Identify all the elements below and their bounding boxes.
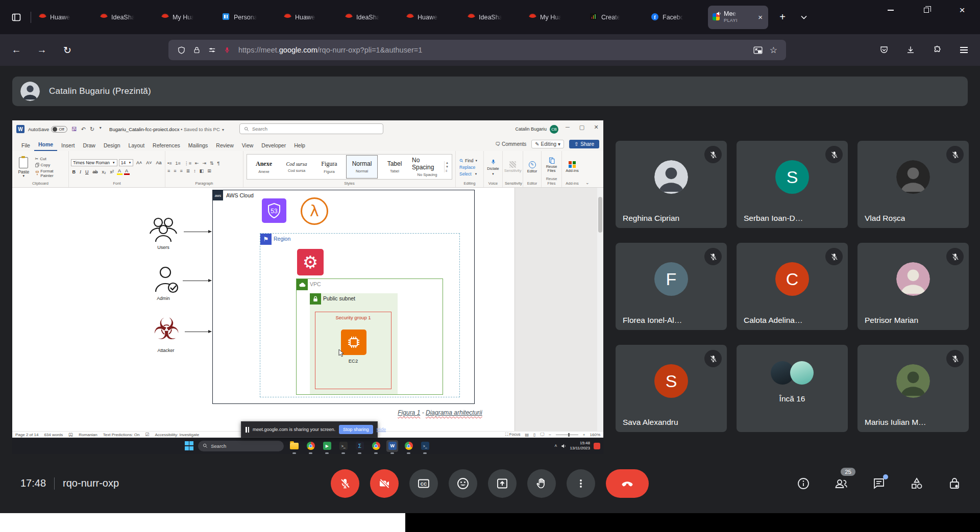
close-tab-icon[interactable]: × [757,13,764,21]
decrease-indent-icon[interactable]: ⇤ [195,161,199,166]
notification-icon[interactable] [594,443,600,449]
new-tab-button[interactable]: + [774,9,791,26]
host-controls-icon[interactable] [947,476,962,491]
permissions-icon[interactable] [208,46,216,55]
sort-icon[interactable]: ⇅ [210,161,214,166]
font-name-select[interactable]: Times New Roman▼ [71,159,117,166]
word-menu-layout[interactable]: Layout [125,140,149,151]
end-call-button[interactable] [606,469,649,498]
menu-icon[interactable] [954,41,973,59]
word-close-button[interactable]: ✕ [589,120,603,134]
copy-button[interactable]: Copy [35,163,66,167]
participant-tile[interactable]: SSava Alexandru [616,345,727,432]
hide-toast-link[interactable]: Hide [377,427,386,432]
view-web-icon[interactable]: 🖵 [540,432,544,437]
status-text-predictions[interactable]: Text Predictions: On [103,433,140,437]
accessibility-icon[interactable]: ☑ [145,432,149,437]
borders-icon[interactable]: ⊞ [207,168,211,173]
restore-button[interactable] [909,0,944,20]
browser-tab[interactable]: Persona [218,6,278,29]
lock-icon[interactable] [193,46,201,54]
active-tab[interactable]: MeePLAYI× [708,6,768,29]
terminal-icon[interactable]: >_ [337,440,349,452]
shrink-font-icon[interactable]: A˅ [145,160,153,165]
participant-tile[interactable]: SSerban Ioan-D… [737,141,848,228]
minimize-button[interactable] [873,0,909,20]
underline-button[interactable]: U [84,169,90,174]
proofing-icon[interactable]: 🕮 [68,432,73,437]
share-button[interactable]: ⇧ Share [569,140,599,148]
word-menu-developer[interactable]: Developer [257,140,290,151]
ribbon-replace-button[interactable]: Replace [459,165,480,170]
zoom-in-icon[interactable]: + [583,433,585,437]
bookmark-star-icon[interactable]: ☆ [770,45,777,55]
status-word-count[interactable]: 634 words [44,433,63,437]
people-icon[interactable]: 25 [834,476,848,491]
pocket-icon[interactable] [875,41,893,59]
browser-tab[interactable]: Create [585,6,645,29]
file-explorer-icon[interactable] [288,440,300,452]
reload-button[interactable]: ↻ [58,41,77,59]
change-case-icon[interactable]: Aa [155,160,163,165]
browser-tab[interactable]: Huawei [402,6,461,29]
extensions-icon[interactable] [928,41,946,59]
paste-button[interactable]: Paste▼ [14,153,33,181]
url-text[interactable]: https://meet.google.com/rqo-nurr-oxp?pli… [238,46,750,54]
raise-hand-button[interactable] [527,469,556,498]
participant-tile[interactable]: Încă 16 [737,345,848,432]
word-menu-references[interactable]: References [149,140,184,151]
format-painter-button[interactable]: Format Painter [35,169,66,178]
tray-chevron-icon[interactable]: ˄ [554,443,557,448]
sensitivity-button[interactable]: Sensitivity [505,153,521,181]
align-right-icon[interactable]: ≡ [180,168,183,173]
camera-off-button[interactable] [370,469,399,498]
status-language[interactable]: Romanian [79,433,97,437]
word-menu-draw[interactable]: Draw [79,140,100,151]
firefox-view-icon[interactable] [6,7,27,28]
status-page-count[interactable]: Page 2 of 14 [15,433,38,437]
focus-button[interactable]: ⛶ Focus [505,432,521,437]
powershell-icon[interactable]: >_ [419,440,431,452]
system-tray[interactable]: ˄ 15:4813/11/2023 [554,438,600,454]
word-menu-home[interactable]: Home [34,139,57,151]
style-cod-sursa[interactable]: Cod sursaCod sursa [281,155,312,179]
document-title[interactable]: Bugariu_Catalin-fcc-proiect.docx • Saved… [109,126,225,132]
increase-indent-icon[interactable]: ⇥ [202,161,206,166]
browser-tab[interactable]: fFacebo [647,6,706,29]
word-menu-view[interactable]: View [238,140,258,151]
more-options-button[interactable] [567,469,595,498]
mic-off-button[interactable] [331,469,359,498]
align-left-icon[interactable]: ≡ [167,168,170,173]
sigma-app-icon[interactable]: Σ [354,440,365,452]
styles-scroll-arrows[interactable]: ▲▼≡ [444,161,450,172]
superscript-button[interactable]: x² [109,169,115,174]
style-tabel[interactable]: TabelTabel [379,155,410,179]
align-center-icon[interactable]: ≡ [174,168,176,173]
taskbar-clock[interactable]: 15:4813/11/2023 [570,441,590,451]
save-icon[interactable]: 🖫 [71,126,77,133]
word-menu-mailings[interactable]: Mailings [184,140,212,151]
zoom-slider[interactable] [556,435,578,435]
reactions-button[interactable] [449,469,477,498]
word-account[interactable]: Catalin Bugariu CB [515,120,558,138]
autosave-toggle[interactable]: AutoSave Off [28,126,67,133]
quick-access-toolbar[interactable]: 🖫 ↶ ↻ ▼ [71,126,102,133]
participant-tile[interactable]: Petrisor Marian [857,243,969,330]
style-anexe[interactable]: AnexeAnexe [248,155,280,179]
ribbon-find-button[interactable]: Find▼ [459,158,480,163]
word-menu-insert[interactable]: Insert [57,140,79,151]
customize-qat-icon[interactable]: ▼ [99,126,102,133]
browser-tab[interactable]: IdeaSha [95,6,155,29]
font-color-button[interactable]: A [124,168,130,175]
participant-tile[interactable]: CCalota Adelina… [737,243,848,330]
bold-button[interactable]: B [71,169,77,174]
strikethrough-button[interactable]: ab [91,169,99,174]
word-menu-help[interactable]: Help [290,140,309,151]
collapse-ribbon-icon[interactable]: ⌄ [582,151,593,187]
addins-button[interactable]: Add-ins [564,153,580,181]
browser-tab[interactable]: IdeaSha [340,6,400,29]
subscript-button[interactable]: x₂ [101,169,107,174]
word-menu-file[interactable]: File [17,140,34,151]
word-scrollbar[interactable] [597,188,603,431]
participant-tile[interactable]: Vlad Roșca [857,141,969,228]
